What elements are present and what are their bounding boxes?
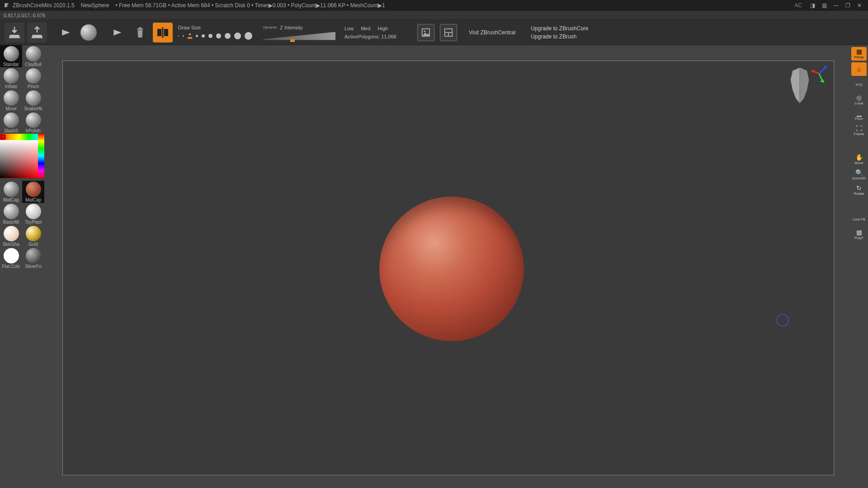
brush-orb-icon <box>26 68 41 84</box>
res-high-button[interactable]: High <box>378 26 388 31</box>
header-icon-2[interactable]: ▥ <box>819 0 829 10</box>
draw-size-dots[interactable] <box>178 32 252 40</box>
material-4[interactable]: SkinSha <box>0 225 22 247</box>
top-toolbar: Draw Size Dynamic Z Intensity Low Med <box>0 20 868 45</box>
next-primitive-button[interactable] <box>108 23 127 42</box>
hue-top-strip[interactable] <box>0 134 38 140</box>
brush-label: ClayBuil <box>25 62 42 67</box>
res-med-button[interactable]: Med <box>361 26 370 31</box>
material-6[interactable]: Flat Colo <box>0 247 22 269</box>
left-panel: StandarClayBuilInflatePinchMoveSnakeHkSl… <box>0 45 44 269</box>
brush-snakehk[interactable]: SnakeHk <box>22 89 44 112</box>
material-5[interactable]: Gold <box>22 225 44 247</box>
home-view-button[interactable]: ⌂ <box>851 62 867 76</box>
z-intensity-control[interactable]: Dynamic Z Intensity <box>263 25 335 40</box>
brush-claybuil[interactable]: ClayBuil <box>22 45 44 67</box>
color-picker[interactable] <box>0 134 44 178</box>
z-intensity-thumb[interactable] <box>290 39 295 42</box>
header-stats: • Free Mem 58.71GB • Active Mem 684 • Sc… <box>115 2 385 9</box>
material-3[interactable]: ToyPlast <box>22 203 44 225</box>
import-button[interactable] <box>5 23 24 42</box>
viewport[interactable] <box>62 61 834 475</box>
z-intensity-slider[interactable] <box>263 32 335 40</box>
upgrade-zbrushcore-link[interactable]: Upgrade to ZBrushCore <box>531 25 588 32</box>
saturation-value-box[interactable] <box>0 140 38 178</box>
color-swatch[interactable] <box>1 135 5 139</box>
brush-label: Pinch <box>28 84 39 89</box>
brush-orb-icon <box>4 90 19 106</box>
brush-orb-icon <box>4 113 19 128</box>
visit-zbrushcentral-link[interactable]: Visit ZBrushCentral <box>469 29 515 36</box>
viewport-layout-button[interactable] <box>440 24 457 41</box>
brush-palette: StandarClayBuilInflatePinchMoveSnakeHkSl… <box>0 45 44 134</box>
svg-rect-1 <box>139 27 142 28</box>
perspective-toggle[interactable]: ▦Persp <box>851 47 867 61</box>
app-logo-icon <box>4 2 10 9</box>
doc-name: NewSphere <box>81 2 109 9</box>
z-intensity-label: Z Intensity <box>280 25 303 30</box>
material-ball-icon <box>4 182 19 197</box>
brush-move[interactable]: Move <box>0 89 22 112</box>
reference-image-button[interactable] <box>417 24 434 41</box>
header-icon-1[interactable]: ◨ <box>807 0 817 10</box>
sphere-primitive-button[interactable] <box>79 23 99 42</box>
material-ball-icon <box>26 248 41 263</box>
zoom3d-button[interactable]: 🔍Zoom3D <box>851 168 867 182</box>
material-label: ToyPlast <box>25 220 42 225</box>
material-ball-icon <box>26 182 41 197</box>
svg-rect-0 <box>137 28 143 29</box>
prev-primitive-button[interactable] <box>56 23 76 42</box>
draw-size-control[interactable]: Draw Size <box>178 25 252 40</box>
brush-label: Slash3 <box>4 128 18 133</box>
brush-label: Inflate <box>5 84 17 89</box>
mesh-sphere[interactable] <box>379 197 524 341</box>
export-button[interactable] <box>27 23 47 42</box>
brush-slash3[interactable]: Slash3 <box>0 112 22 134</box>
active-polygons-label: ActivePolygons: 11,066 <box>344 34 396 39</box>
dynamic-label: Dynamic <box>263 25 277 29</box>
cursor-coords: 0.817,0.017,-0.576 <box>4 13 45 18</box>
material-ball-icon <box>4 248 19 263</box>
local-button[interactable]: ◎Local <box>851 93 867 107</box>
brush-orb-icon <box>4 68 19 84</box>
svg-line-12 <box>819 67 826 74</box>
brush-orb-icon <box>4 46 19 61</box>
app-title: ZBrushCoreMini 2020.1.5 <box>13 2 75 9</box>
material-0[interactable]: MatCap <box>0 181 22 203</box>
material-ball-icon <box>4 204 19 219</box>
material-label: SkinSha <box>3 242 19 247</box>
window-restore-icon[interactable]: ❐ <box>843 0 853 10</box>
brush-hpolish[interactable]: hPolish <box>22 112 44 134</box>
brush-pinch[interactable]: Pinch <box>22 67 44 89</box>
polyframe-button[interactable]: ▦PolyF <box>851 228 867 241</box>
brush-orb-icon <box>26 113 41 128</box>
svg-rect-2 <box>162 27 164 38</box>
svg-line-14 <box>813 71 819 74</box>
brush-inflate[interactable]: Inflate <box>0 67 22 89</box>
material-palette: MatCapMatCapBasicMtToyPlastSkinShaGoldFl… <box>0 181 44 269</box>
window-close-icon[interactable]: ✕ <box>854 0 864 10</box>
svg-marker-9 <box>800 68 809 103</box>
resolution-buttons: Low Med High <box>344 26 396 31</box>
frame-button[interactable]: ⛶Frame <box>851 124 867 137</box>
axis-gizmo-icon[interactable] <box>810 65 828 83</box>
status-line: 0.817,0.017,-0.576 <box>0 11 868 20</box>
right-panel: ▦Persp ⌂ XYZ ◎Local ▁Floor ⛶Frame ✋Move … <box>850 45 868 241</box>
floor-button[interactable]: ▁Floor <box>851 108 867 122</box>
header-ac: AC <box>794 2 802 9</box>
material-ball-icon <box>26 204 41 219</box>
brush-standar[interactable]: Standar <box>0 45 22 67</box>
xyz-button[interactable]: XYZ <box>851 78 867 91</box>
rotate-view-button[interactable]: ↻Rotate <box>851 183 867 197</box>
trash-button[interactable] <box>130 23 150 42</box>
material-2[interactable]: BasicMt <box>0 203 22 225</box>
symmetry-button[interactable] <box>153 23 173 42</box>
window-minimize-icon[interactable]: — <box>831 0 841 10</box>
svg-line-16 <box>819 74 822 81</box>
move-view-button[interactable]: ✋Move <box>851 153 867 166</box>
hue-strip[interactable] <box>38 134 44 178</box>
material-7[interactable]: SilverFo <box>22 247 44 269</box>
upgrade-zbrush-link[interactable]: Upgrade to ZBrush <box>531 33 588 40</box>
material-1[interactable]: MatCap <box>22 181 44 203</box>
res-low-button[interactable]: Low <box>344 26 354 31</box>
